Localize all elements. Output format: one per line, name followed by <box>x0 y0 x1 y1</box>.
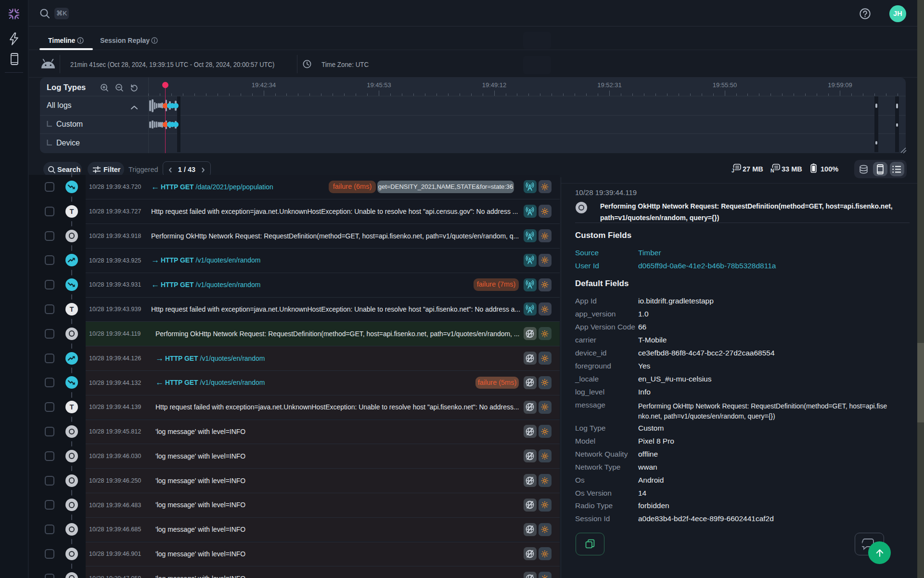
svg-text:J: J <box>732 168 734 173</box>
svg-text:N: N <box>770 168 774 173</box>
